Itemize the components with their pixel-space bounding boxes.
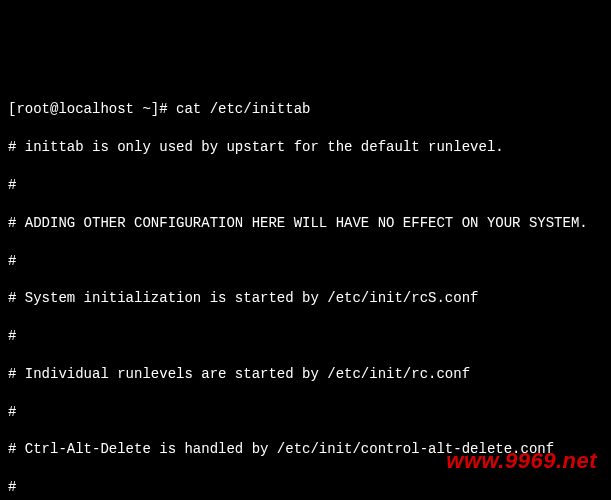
output-line: # inittab is only used by upstart for th… [8,138,603,157]
command-line: [root@localhost ~]# cat /etc/inittab [8,100,603,119]
output-line: # System initialization is started by /e… [8,289,603,308]
output-line: # [8,176,603,195]
output-line: # [8,478,603,497]
output-line: # Individual runlevels are started by /e… [8,365,603,384]
output-line: # ADDING OTHER CONFIGURATION HERE WILL H… [8,214,603,233]
output-line: # [8,403,603,422]
output-line: # Ctrl-Alt-Delete is handled by /etc/ini… [8,440,603,459]
terminal-output[interactable]: [root@localhost ~]# cat /etc/inittab # i… [8,82,603,500]
output-line: # [8,252,603,271]
output-line: # [8,327,603,346]
